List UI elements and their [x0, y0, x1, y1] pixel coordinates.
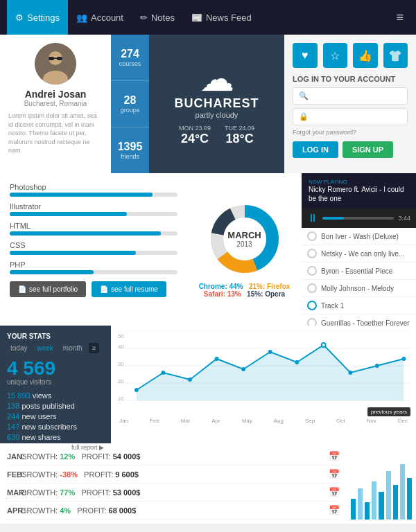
login-social-icons: ♥ ☆ 👍 👕 — [293, 43, 408, 68]
svg-point-26 — [241, 367, 245, 371]
section-skills: Photoshop Illustrator HTML CSS PHP 📄 see… — [0, 173, 416, 326]
login-buttons: LOG IN SIGN UP — [293, 141, 408, 158]
svg-point-31 — [375, 364, 379, 368]
thumbsup-icon-btn[interactable]: 👍 — [353, 43, 378, 68]
calendar-icon-feb[interactable]: 📅 — [329, 469, 340, 479]
playlist-card: NOW PLAYING Nicky Romero ft. Avicii - I … — [302, 173, 416, 326]
subs-label: new subscribers — [21, 423, 76, 431]
playlist-item-0[interactable]: Bon Iver - Wash (Deluxe) — [302, 228, 416, 245]
svg-point-23 — [162, 371, 166, 375]
star-icon-btn[interactable]: ☆ — [323, 43, 348, 68]
skill-css: CSS — [10, 241, 177, 255]
resume-btn-label: see full resume — [111, 285, 158, 293]
chrome-legend: Chrome: 44% — [199, 283, 243, 290]
donut-year: 2013 — [227, 240, 261, 248]
login-button[interactable]: LOG IN — [293, 141, 338, 158]
skill-name-photoshop: Photoshop — [10, 183, 177, 191]
nav-notes[interactable]: ✏ Notes — [132, 0, 183, 35]
playlist-dot-2 — [307, 266, 317, 276]
progress-bar-bg — [322, 217, 394, 220]
month-apr: Apr — [211, 418, 220, 424]
playlist-item-3[interactable]: Molly Johnson - Melody — [302, 280, 416, 297]
month-dec: Dec — [398, 418, 408, 424]
skill-name-php: PHP — [10, 260, 177, 269]
resume-button[interactable]: 📄 see full resume — [92, 281, 166, 297]
weather-day2-label: TUE 24.09 — [225, 125, 254, 132]
nav-newsfeed[interactable]: 📰 News Feed — [183, 0, 260, 35]
profit-label-mar: PROFIT: — [81, 488, 110, 497]
weather-day-2: TUE 24.09 18°C — [225, 125, 254, 146]
shirt-icon-btn[interactable]: 👕 — [383, 43, 408, 68]
login-username-input[interactable]: 🔍 — [293, 87, 408, 105]
bar-1 — [351, 499, 356, 520]
month-nov: Nov — [366, 418, 376, 424]
line-chart-svg: 10 20 30 40 50 — [116, 331, 410, 414]
growth-text-apr: GROWTH: 4% PROFIT: 68 000$ — [21, 506, 326, 515]
skill-bar-css — [10, 251, 136, 255]
bar-9 — [407, 478, 412, 520]
stat-friends: 1395 friends — [111, 127, 149, 173]
stats-subscribers: 147 new subscribers — [7, 423, 104, 431]
playlist-dot-5 — [307, 318, 317, 326]
weather-day1-label: MON 23.09 — [179, 125, 211, 132]
month-sep: Sep — [305, 418, 315, 424]
playlist-item-4[interactable]: Track 1 — [302, 297, 416, 314]
playlist-item-1[interactable]: Netsky - We can only live... — [302, 245, 416, 263]
shares-num: 630 — [7, 433, 19, 441]
lock-icon: 🔒 — [299, 112, 309, 121]
nav-account-label: Account — [91, 12, 123, 23]
portfolio-btn-label: see full portfolio — [29, 285, 78, 293]
svg-rect-4 — [57, 57, 62, 60]
playlist-item-5[interactable]: Guerrillas - Together Forever — [302, 314, 416, 326]
forgot-password-link[interactable]: Forgot your password? — [293, 129, 408, 136]
stats-shares: 630 new shares — [7, 433, 104, 441]
signup-button[interactable]: SIGN UP — [343, 141, 393, 158]
hamburger-menu[interactable]: ≡ — [390, 10, 409, 25]
users-num: 244 — [7, 412, 19, 420]
now-playing-label: NOW PLAYING — [309, 179, 409, 185]
svg-point-24 — [188, 378, 192, 382]
profile-name: Andrei Josan — [8, 89, 103, 100]
playlist-item-2[interactable]: Byron - Essential Piece — [302, 263, 416, 280]
growth-month-feb: FEB: — [7, 470, 21, 479]
donut-chart: MARCH 2013 — [207, 201, 283, 277]
growth-row-apr: APR: GROWTH: 4% PROFIT: 68 000$ 📅 — [7, 502, 340, 520]
calendar-icon-apr[interactable]: 📅 — [329, 505, 340, 515]
tab-today[interactable]: today — [7, 343, 31, 353]
prev-years-button[interactable]: previous years — [367, 407, 410, 416]
nav-account[interactable]: 👥 Account — [68, 0, 132, 35]
donut-chart-card: MARCH 2013 Chrome: 44% 21%: Firefox Safa… — [187, 173, 302, 326]
playlist-item-name-2: Byron - Essential Piece — [321, 267, 392, 275]
portfolio-button[interactable]: 📄 see full portfolio — [10, 281, 86, 297]
weather-day2-temp: 18°C — [225, 132, 254, 146]
skill-photoshop: Photoshop — [10, 183, 177, 197]
track-time: 3:44 — [398, 215, 410, 222]
tab-week[interactable]: week — [33, 343, 56, 353]
svg-point-32 — [401, 357, 406, 361]
pause-button[interactable]: ⏸ — [307, 212, 318, 224]
safari-legend: Safari: 13% — [204, 290, 241, 298]
heart-icon-btn[interactable]: ♥ — [293, 43, 318, 68]
resume-icon: 📄 — [100, 285, 108, 293]
playlist-dot-0 — [307, 231, 317, 241]
calendar-icon-mar[interactable]: 📅 — [329, 487, 340, 497]
svg-point-25 — [215, 357, 219, 361]
playlist-item-name-1: Netsky - We can only live... — [321, 250, 404, 258]
growth-pct-feb: -38% — [60, 470, 78, 479]
profit-val-mar: 53 000$ — [113, 488, 141, 497]
list-icon[interactable]: ≡ — [89, 343, 100, 353]
nav-settings[interactable]: ⚙ Settings — [7, 0, 68, 35]
login-password-input[interactable]: 🔒 — [293, 108, 408, 125]
calendar-icon-jan[interactable]: 📅 — [329, 451, 340, 461]
gear-icon: ⚙ — [15, 12, 24, 23]
svg-point-28 — [295, 360, 299, 364]
weather-card: ☁ BUCHAREST partly cloudy MON 23.09 24°C… — [149, 35, 284, 173]
login-card: ♥ ☆ 👍 👕 LOG IN TO YOUR ACCOUNT 🔍 🔒 Forgo… — [284, 35, 416, 173]
skill-name-illustrator: Illustrator — [10, 202, 177, 211]
svg-text:50: 50 — [118, 333, 124, 339]
weather-days: MON 23.09 24°C TUE 24.09 18°C — [179, 125, 254, 146]
stat-friends-label: friends — [121, 153, 139, 160]
tab-month[interactable]: month — [60, 343, 86, 353]
stat-groups-label: groups — [121, 107, 140, 114]
growth-label-jan: GROWTH: — [21, 452, 58, 461]
